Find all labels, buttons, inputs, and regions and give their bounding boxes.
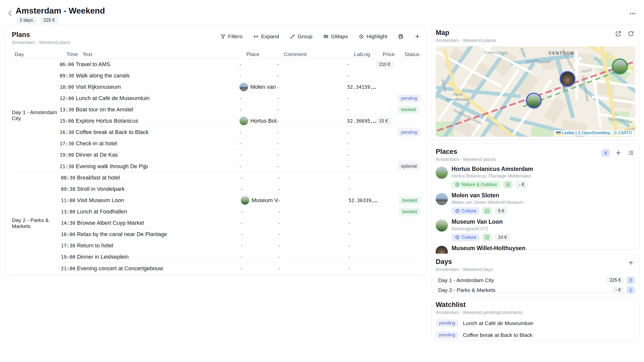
place-list-item[interactable]: Museum Van LoonKeizersgracht 672Culture1…: [436, 218, 635, 241]
place-price-badge: - €: [515, 181, 528, 189]
place-list-item[interactable]: Molen van SlotenMolen van Sloten Windmil…: [436, 192, 635, 215]
add-day-button[interactable]: [628, 259, 635, 266]
group-button[interactable]: Group: [290, 33, 312, 39]
marker-hortus-botanicus[interactable]: [612, 59, 628, 74]
places-panel: Places Amsterdam - Weekend places 4 Hort…: [431, 144, 639, 250]
map-viewport[interactable]: Leaflet | © OpenStreetMap, © CARTO Krijt…: [436, 46, 635, 137]
place-list-item[interactable]: Hortus Botanicus AmsterdamHortus Botanic…: [436, 166, 635, 189]
windmill-thumbnail: [239, 83, 248, 91]
price-badge: 210 €: [376, 61, 394, 68]
watchlist-item[interactable]: pendingLunch at Café de Museumtuin: [436, 319, 635, 327]
place-name: Museum Willet-Holthuysen: [452, 245, 526, 252]
watchlist-panel: Watchlist Amsterdam - Weekend pending/co…: [431, 297, 639, 341]
ukraine-flag-icon: [556, 131, 561, 135]
highlight-icon: [358, 34, 364, 39]
day-label: Day 2 - Parks & Markets: [436, 287, 613, 293]
group-label: Group: [298, 33, 312, 39]
places-list-view-button[interactable]: [628, 150, 635, 157]
pending-badge: pending: [436, 331, 458, 339]
page-title: Amsterdam - Weekend: [16, 6, 105, 16]
checkbox-check-icon: [505, 182, 510, 187]
col-comment: Comment: [284, 51, 354, 57]
map-refresh-button[interactable]: [628, 30, 635, 37]
watchlist-item[interactable]: pendingCoffee break at Back to Black: [436, 331, 635, 339]
plan-row[interactable]: 19:00Dinner at De Kas---: [60, 149, 420, 161]
day-count-badge: 1: [627, 286, 635, 294]
map-fullscreen-button[interactable]: [615, 30, 622, 37]
places-title: Places: [436, 148, 496, 156]
vanloon-photo: [436, 219, 448, 232]
checked-badge: [482, 207, 492, 215]
carto-link[interactable]: © CARTO: [614, 131, 632, 135]
plan-row[interactable]: 14:30Browse Albert Cuyp Market---: [61, 217, 420, 229]
category-tag: Nature & Outdoor: [452, 181, 500, 189]
overflow-menu-button[interactable]: [629, 10, 637, 18]
plan-row[interactable]: 10:00Visit RijksmuseumMolen van …-52.341…: [60, 81, 420, 93]
highlight-label: Highlight: [367, 33, 387, 39]
hortus-thumbnail: [239, 117, 248, 125]
plan-row[interactable]: 13:00Lunch at Foodhallen---booked: [61, 206, 420, 217]
category-tag: Culture: [452, 234, 479, 241]
print-button[interactable]: [398, 33, 404, 39]
plan-row[interactable]: 21:30Evening walk through De Pijp---opti…: [60, 161, 420, 172]
plan-row[interactable]: 16:00Relax by the canal near De Plantage…: [61, 229, 420, 240]
day-group-label: Day 2 - Parks & Markets: [12, 217, 61, 229]
cube-icon: [455, 235, 460, 240]
marker-museum-van-loon[interactable]: [526, 93, 542, 108]
map-attribution: Leaflet | © OpenStreetMap, © CARTO: [554, 130, 634, 136]
expand-label: Expand: [261, 33, 279, 39]
day-price-badge: 225 €: [607, 277, 624, 284]
map-label: Krijtbergbrug: [484, 50, 507, 55]
category-tag-label: Culture: [462, 208, 476, 214]
status-badge: booked: [398, 106, 419, 114]
highlight-button[interactable]: Highlight: [358, 33, 387, 39]
plan-row[interactable]: 06:00Travel to AMS---210 €: [60, 59, 420, 70]
back-button[interactable]: [7, 10, 15, 18]
plan-row[interactable]: 21:00Evening concert at Concertgebouw---: [61, 263, 420, 274]
plan-row[interactable]: 09:30Walk along the canals---: [60, 70, 420, 81]
expand-horizontal-icon: [253, 34, 259, 39]
filter-icon: [220, 34, 226, 39]
watchlist-subtitle: Amsterdam - Weekend pending/constraints: [436, 310, 522, 315]
expand-button[interactable]: Expand: [253, 33, 279, 39]
filters-button[interactable]: Filters: [220, 33, 243, 39]
map-shape: [575, 50, 578, 100]
place-name: Hortus Botanicus Amsterdam: [452, 166, 533, 172]
osm-link[interactable]: © OpenStreetMap: [578, 131, 610, 135]
plan-row[interactable]: 11:00Visit Museum LoonMuseum Va…-52.3633…: [61, 195, 420, 206]
add-plan-button[interactable]: [414, 33, 420, 39]
day-list-item[interactable]: Day 1 - Amsterdam City225 €2: [436, 275, 635, 285]
car-icon: [323, 34, 329, 39]
day-price-badge: - €: [613, 286, 624, 294]
plan-row[interactable]: 17:30Check-in at hotel---: [60, 138, 420, 149]
plan-row[interactable]: 09:30Stroll in Vondelpark---: [61, 184, 420, 195]
plan-row[interactable]: 12:00Lunch at Café de Museumtuin---pendi…: [60, 93, 420, 104]
map-shape: [596, 83, 615, 96]
gmaps-button[interactable]: GMaps: [323, 33, 348, 39]
status-badge: booked: [399, 208, 420, 216]
plan-row[interactable]: 19:00Dinner in Leidseplein---: [61, 251, 420, 263]
leaflet-link[interactable]: Leaflet: [562, 131, 574, 135]
group-icon: [290, 34, 295, 39]
plans-header: Plans Amsterdam - Weekend plans Filters …: [12, 31, 420, 45]
category-tag-label: Nature & Outdoor: [462, 182, 497, 187]
places-count-badge: 4: [601, 149, 610, 157]
plan-row[interactable]: 15:00Explore Hortus BotanicusHortus Bota…: [60, 115, 420, 127]
marker-museum-willet-holthuysen[interactable]: [560, 71, 575, 87]
status-badge: optional: [398, 162, 420, 170]
hortus-photo: [436, 167, 448, 179]
plan-row[interactable]: 08:30Breakfast at hotel---: [61, 172, 420, 184]
plan-row[interactable]: 17:30Return to hotel---: [61, 240, 420, 251]
col-day: Day: [12, 51, 66, 57]
category-tag-label: Culture: [462, 235, 476, 240]
plan-row[interactable]: 16:30Coffee break at Back to Black---pen…: [60, 127, 420, 138]
place-address: Keizersgracht 672: [452, 226, 510, 232]
map-label: Rokin: [519, 47, 528, 59]
plan-row[interactable]: 13:30Boat tour on the Amstel---booked: [60, 104, 420, 115]
filters-label: Filters: [228, 33, 243, 39]
add-place-button[interactable]: [615, 150, 622, 157]
place-address: Hortus Botanicus, Plantage Middenlaan: [452, 173, 533, 179]
map-label: Hortus: [581, 67, 593, 74]
day-list-item[interactable]: Day 2 - Parks & Markets- €1: [436, 285, 635, 295]
attribution-separator: |: [576, 131, 577, 135]
